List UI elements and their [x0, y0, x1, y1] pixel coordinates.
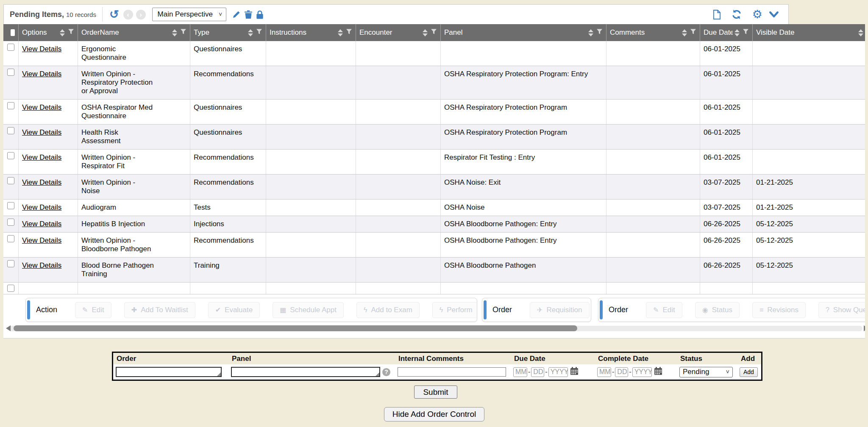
- perspective-select[interactable]: Main Perspective ˅: [152, 8, 227, 21]
- gear-icon[interactable]: ⚙: [752, 9, 762, 20]
- hide-add-order-control-button[interactable]: Hide Add Order Control: [384, 407, 484, 421]
- sort-asc-icon[interactable]: [60, 29, 65, 32]
- complete-date-dd-input[interactable]: DD: [615, 367, 628, 377]
- view-details-link[interactable]: View Details: [22, 203, 61, 211]
- delete-perspective-icon[interactable]: [245, 10, 252, 19]
- filter-icon[interactable]: [431, 28, 437, 37]
- sort-desc-icon[interactable]: [60, 33, 65, 36]
- column-header-instructions[interactable]: Instructions: [266, 24, 356, 41]
- view-details-link[interactable]: View Details: [22, 153, 61, 161]
- row-checkbox[interactable]: [7, 152, 14, 159]
- sort-desc-icon[interactable]: [423, 33, 428, 36]
- schedule-appt-button[interactable]: ▦Schedule Appt: [273, 302, 344, 318]
- undo-icon[interactable]: ↺: [109, 9, 119, 20]
- sort-desc-icon[interactable]: [858, 33, 863, 36]
- sort-desc-icon[interactable]: [248, 33, 253, 36]
- row-checkbox[interactable]: [7, 235, 14, 242]
- column-header-options[interactable]: Options: [19, 24, 78, 41]
- sort-asc-icon[interactable]: [423, 29, 428, 32]
- view-details-link[interactable]: View Details: [22, 261, 61, 269]
- sort-desc-icon[interactable]: [338, 33, 343, 36]
- scroll-left-arrow-icon[interactable]: [6, 325, 11, 331]
- row-checkbox[interactable]: [7, 260, 14, 267]
- sort-icon[interactable]: [248, 29, 253, 36]
- calendar-icon[interactable]: [654, 367, 662, 377]
- add-to-exam-button[interactable]: ϟAdd to Exam: [356, 302, 420, 318]
- submit-button[interactable]: Submit: [414, 385, 457, 399]
- complete-date-mm-input[interactable]: MM: [597, 367, 611, 377]
- row-checkbox[interactable]: [7, 69, 14, 76]
- horizontal-scrollbar-thumb[interactable]: [14, 325, 577, 331]
- sort-asc-icon[interactable]: [248, 29, 253, 32]
- add-button[interactable]: Add: [740, 367, 758, 377]
- forward-icon[interactable]: ›: [136, 10, 146, 19]
- collapse-chevron-icon[interactable]: [769, 11, 779, 18]
- edit-button[interactable]: ✎Edit: [646, 302, 682, 318]
- calendar-icon[interactable]: [570, 367, 579, 377]
- revisions-button[interactable]: ≡Revisions: [752, 302, 806, 318]
- row-checkbox[interactable]: [7, 127, 14, 134]
- perform-button[interactable]: ϟPerform: [432, 302, 477, 318]
- view-details-link[interactable]: View Details: [22, 103, 61, 111]
- sort-icon[interactable]: [60, 29, 65, 36]
- row-checkbox[interactable]: [7, 177, 14, 184]
- sort-icon[interactable]: [858, 29, 863, 36]
- view-details-link[interactable]: View Details: [22, 45, 61, 53]
- sort-icon[interactable]: [588, 29, 593, 36]
- view-details-link[interactable]: View Details: [22, 220, 61, 228]
- order-input[interactable]: [116, 367, 222, 377]
- column-header-panel[interactable]: Panel: [441, 24, 606, 41]
- sort-asc-icon[interactable]: [734, 29, 740, 32]
- panel-input[interactable]: [231, 367, 380, 377]
- evaluate-button[interactable]: ✔Evaluate: [208, 302, 260, 318]
- filter-icon[interactable]: [180, 28, 186, 37]
- sort-desc-icon[interactable]: [734, 33, 740, 36]
- view-details-link[interactable]: View Details: [22, 128, 61, 136]
- due-date-yyyy-input[interactable]: YYYY: [548, 367, 568, 377]
- help-icon[interactable]: ?: [382, 368, 390, 376]
- internal-comments-input[interactable]: [398, 367, 506, 377]
- filter-icon[interactable]: [68, 28, 74, 37]
- show-questions-button[interactable]: ?Show Questions: [818, 302, 865, 318]
- row-checkbox[interactable]: [7, 102, 14, 109]
- resize-grip-icon[interactable]: [376, 372, 379, 376]
- edit-perspective-icon[interactable]: [232, 10, 241, 19]
- requisition-button[interactable]: ✈Requisition: [530, 302, 590, 318]
- lock-icon[interactable]: [256, 10, 264, 19]
- row-checkbox[interactable]: [7, 219, 14, 226]
- view-details-link[interactable]: View Details: [22, 178, 61, 186]
- filter-icon[interactable]: [256, 28, 262, 37]
- sort-icon[interactable]: [423, 29, 428, 36]
- scroll-right-arrow-icon[interactable]: [864, 325, 865, 331]
- sort-asc-icon[interactable]: [338, 29, 343, 32]
- complete-date-yyyy-input[interactable]: YYYY: [632, 367, 652, 377]
- sort-asc-icon[interactable]: [682, 29, 687, 32]
- resize-grip-icon[interactable]: [217, 372, 221, 376]
- filter-icon[interactable]: [690, 28, 696, 37]
- sort-icon[interactable]: [682, 29, 687, 36]
- sort-icon[interactable]: [734, 29, 740, 36]
- sort-desc-icon[interactable]: [172, 33, 177, 36]
- back-icon[interactable]: ‹: [123, 10, 133, 19]
- refresh-icon[interactable]: [732, 9, 742, 19]
- sort-asc-icon[interactable]: [858, 29, 863, 32]
- view-details-link[interactable]: View Details: [22, 70, 61, 78]
- column-header-visibleDate[interactable]: Visible Date: [753, 24, 865, 41]
- select-all-checkbox[interactable]: [11, 29, 15, 36]
- row-checkbox[interactable]: [7, 285, 14, 292]
- filter-icon[interactable]: [743, 28, 749, 37]
- row-checkbox[interactable]: [7, 44, 14, 51]
- filter-icon[interactable]: [346, 28, 352, 37]
- column-header-encounter[interactable]: Encounter: [356, 24, 441, 41]
- sort-desc-icon[interactable]: [588, 33, 593, 36]
- new-document-icon[interactable]: [713, 10, 721, 19]
- column-header-dueDate[interactable]: Due Date: [700, 24, 753, 41]
- status-button[interactable]: ◉Status: [695, 302, 740, 318]
- sort-asc-icon[interactable]: [172, 29, 177, 32]
- sort-icon[interactable]: [338, 29, 343, 36]
- due-date-dd-input[interactable]: DD: [531, 367, 544, 377]
- sort-asc-icon[interactable]: [588, 29, 593, 32]
- row-checkbox[interactable]: [7, 202, 14, 209]
- filter-icon[interactable]: [596, 28, 603, 37]
- sort-desc-icon[interactable]: [682, 33, 687, 36]
